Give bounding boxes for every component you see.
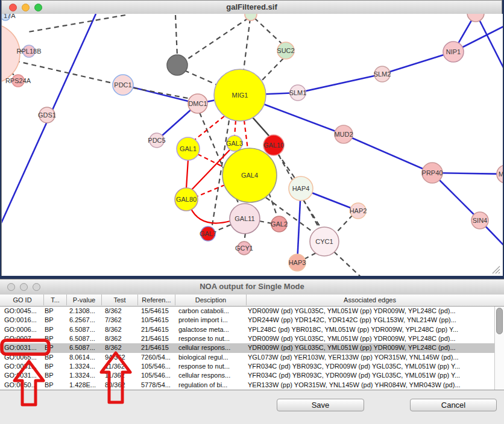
- network-edge[interactable]: [244, 233, 245, 242]
- node-GAL1[interactable]: GAL1: [177, 137, 200, 160]
- network-graph[interactable]: RPL18BRPS24AGDS1PDC1DMC1MIG1SUC2SLM1SLM2…: [2, 14, 503, 276]
- svg-text:GAL11: GAL11: [235, 215, 254, 222]
- network-edge[interactable]: [259, 221, 272, 223]
- column-header-t[interactable]: T...: [43, 295, 66, 305]
- network-edge[interactable]: [254, 18, 282, 44]
- noa-window-titlebar[interactable]: NOA output for Single Mode: [0, 279, 504, 295]
- node-GAL80[interactable]: GAL80: [175, 188, 198, 211]
- node-GAL3[interactable]: GAL3: [226, 136, 243, 151]
- network-edge[interactable]: [334, 252, 363, 276]
- cancel-button[interactable]: Cancel: [410, 399, 497, 411]
- table-cell: YGL073W (pd) YER103W, YER133W (pp) YOR31…: [248, 353, 492, 362]
- table-cell: 21/54615: [141, 334, 177, 343]
- node-MUD2[interactable]: MUD2: [334, 125, 353, 143]
- column-header-referen[interactable]: Referen...: [137, 295, 175, 305]
- table-cell: YFR034C (pd) YBR093C, YDR009W (pd) YGL03…: [248, 371, 492, 380]
- table-row[interactable]: GO:0031...BP1.3324...11/362105/546...cel…: [0, 371, 494, 380]
- network-edge[interactable]: [344, 134, 432, 173]
- node-GCY1[interactable]: GCY1: [235, 242, 253, 255]
- node-MSN[interactable]: MSN: [497, 165, 503, 183]
- table-cell: YDR009W (pd) YGL035C, YML051W (pp) YDR00…: [248, 343, 492, 352]
- node-CYC1[interactable]: CYC1: [310, 227, 339, 256]
- table-row[interactable]: GO:0050...BP1.428E...80/3625778/54...reg…: [0, 381, 494, 390]
- table-cell: BP: [45, 371, 66, 380]
- node-NIP1[interactable]: NIP1: [443, 42, 464, 62]
- node-GAL10[interactable]: GAL10: [263, 135, 284, 155]
- network-edge[interactable]: [336, 215, 353, 233]
- svg-text:MUD2: MUD2: [334, 131, 353, 138]
- node-DMC1[interactable]: DMC1: [188, 94, 207, 113]
- table-row[interactable]: GO:0065...BP8.0614...94/3627260/54...bio…: [0, 353, 494, 362]
- network-edge[interactable]: [382, 52, 453, 74]
- node-SUC2[interactable]: SUC2: [277, 42, 294, 59]
- node-SIN4[interactable]: SIN4: [471, 212, 488, 229]
- table-cell: galactose meta...: [178, 325, 245, 334]
- table-cell: 5778/54...: [141, 381, 177, 390]
- node-GAL11[interactable]: GAL11: [230, 204, 260, 234]
- node-GAL2[interactable]: GAL2: [271, 216, 288, 232]
- network-edge[interactable]: [197, 185, 225, 196]
- node-HAP3[interactable]: HAP3: [289, 254, 306, 271]
- network-edge[interactable]: [28, 15, 125, 32]
- table-row[interactable]: GO:0016...BP6.2567...7/36210/54615protei…: [0, 316, 494, 325]
- table-row[interactable]: GO:0031...BP6.5087...8/36221/54615cellul…: [0, 343, 494, 352]
- table-row[interactable]: GO:0007...BP6.5087...8/36221/54615respon…: [0, 334, 494, 343]
- node-HAP2[interactable]: HAP2: [350, 203, 367, 219]
- scrollbar-thumb[interactable]: [496, 308, 503, 334]
- table-row[interactable]: GO:0006...BP6.5087...8/36221/54615galact…: [0, 325, 494, 334]
- save-button[interactable]: Save: [277, 399, 364, 411]
- network-edge[interactable]: [184, 70, 221, 87]
- network-edge[interactable]: [244, 19, 250, 70]
- node-PDC1[interactable]: PDC1: [113, 75, 133, 95]
- table-cell: 10/54615: [141, 316, 177, 325]
- network-edge[interactable]: [298, 74, 382, 93]
- node-PRP40[interactable]: PRP40: [422, 163, 443, 183]
- column-header-associatededges[interactable]: Associated edges: [246, 295, 493, 305]
- node-partial-top-right[interactable]: [467, 14, 484, 22]
- network-edge[interactable]: [261, 58, 283, 81]
- table-cell: GO:0050...: [4, 381, 42, 390]
- network-edge[interactable]: [184, 18, 248, 61]
- svg-text:GAL10: GAL10: [263, 142, 284, 149]
- clipped-node-label: 17A: [4, 14, 16, 19]
- table-cell: 7/362: [105, 316, 139, 325]
- network-canvas[interactable]: RPL18BRPS24AGDS1PDC1DMC1MIG1SUC2SLM1SLM2…: [2, 14, 503, 276]
- node-MIG1[interactable]: MIG1: [214, 69, 266, 121]
- table-row[interactable]: GO:0045...BP2.1308...8/36215/54615carbon…: [0, 307, 494, 316]
- table-cell: 15/54615: [141, 307, 177, 316]
- svg-text:GAL3: GAL3: [226, 140, 243, 147]
- vertical-scrollbar[interactable]: [494, 307, 504, 390]
- noa-table-body[interactable]: GO:0045...BP2.1308...8/36215/54615carbon…: [0, 307, 494, 390]
- network-edge[interactable]: [186, 160, 188, 189]
- network-edge[interactable]: [235, 120, 236, 137]
- noa-output-window: NOA output for Single Mode GO IDT...P-va…: [0, 279, 504, 424]
- network-edge[interactable]: [304, 253, 316, 259]
- node-GAL4[interactable]: GAL4: [222, 148, 277, 202]
- column-header-goid[interactable]: GO ID: [1, 295, 43, 305]
- network-edge[interactable]: [175, 15, 177, 56]
- node-HAP4[interactable]: HAP4: [289, 176, 313, 201]
- network-edge[interactable]: [244, 120, 248, 149]
- column-header-pvalue[interactable]: P-value: [66, 295, 101, 305]
- network-edge[interactable]: [191, 208, 230, 223]
- table-cell: carbon cataboli...: [178, 307, 245, 316]
- resize-handle-icon[interactable]: [492, 266, 500, 274]
- table-cell: YDR244W (pp) YDR142C, YDR142C (pp) YGL15…: [248, 316, 492, 325]
- table-cell: 21/54615: [141, 325, 177, 334]
- table-cell: BP: [45, 325, 66, 334]
- network-window-titlebar[interactable]: galFiltered.sif: [2, 1, 502, 14]
- table-cell: GO:0031...: [4, 362, 42, 371]
- column-header-desciption[interactable]: Desciption: [175, 295, 246, 305]
- node-SLM2[interactable]: SLM2: [374, 66, 391, 82]
- node-SLM1[interactable]: SLM1: [289, 85, 307, 101]
- table-row[interactable]: GO:0031...BP1.3324...11/362105/546...res…: [0, 362, 494, 371]
- svg-text:GCY1: GCY1: [235, 245, 253, 252]
- table-cell: BP: [45, 381, 66, 390]
- table-cell: YPL248C (pd) YBR018C, YML051W (pp) YDR00…: [248, 325, 492, 334]
- node-GAL7[interactable]: GAL7: [200, 226, 216, 241]
- network-edge[interactable]: [477, 15, 503, 70]
- network-edge[interactable]: [215, 225, 231, 231]
- node-gray-node[interactable]: [167, 55, 187, 75]
- column-header-test[interactable]: Test: [101, 295, 137, 305]
- network-edge[interactable]: [303, 200, 321, 228]
